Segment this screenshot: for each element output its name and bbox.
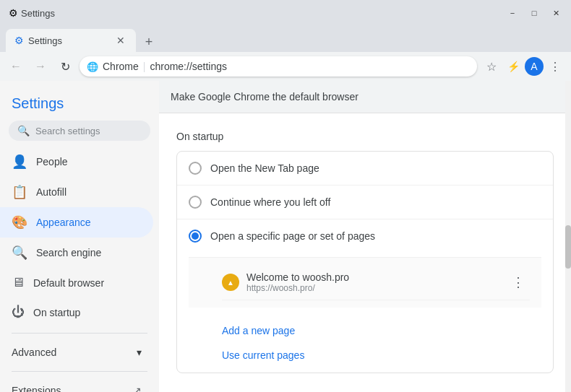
sidebar-item-autofill[interactable]: 📋 Autofill (0, 177, 153, 207)
external-link-icon: ↗ (133, 385, 142, 392)
close-button[interactable]: ✕ (546, 6, 565, 20)
search-icon: 🔍 (17, 125, 30, 136)
new-tab-button[interactable]: + (139, 32, 159, 52)
tab-favicon: ⚙ (14, 35, 24, 46)
people-icon: 👤 (12, 154, 27, 170)
toolbar-icons: ☆ ⚡ A ⋮ (481, 56, 565, 77)
maximize-button[interactable]: □ (525, 6, 544, 20)
search-area: 🔍 Search settings (0, 121, 159, 147)
sidebar: Settings 🔍 Search settings 👤 People 📋 Au… (0, 81, 159, 392)
sidebar-label-appearance: Appearance (36, 217, 91, 228)
content-inner: On startup Open the New Tab page Continu… (159, 119, 571, 391)
extension-icon[interactable]: ⚡ (503, 56, 523, 77)
sidebar-divider-2 (12, 371, 147, 372)
appearance-icon: 🎨 (12, 214, 27, 230)
refresh-button[interactable]: ↻ (55, 56, 75, 77)
startup-option-continue[interactable]: Continue where you left off (177, 186, 553, 219)
main-layout: Settings 🔍 Search settings 👤 People 📋 Au… (0, 81, 571, 392)
tab-label: Settings (28, 35, 62, 46)
advanced-arrow-icon: ▾ (137, 347, 142, 358)
add-new-page-link[interactable]: Add a new page (222, 319, 541, 342)
sidebar-label-autofill: Autofill (36, 186, 66, 198)
minimize-button[interactable]: − (503, 6, 522, 20)
back-button[interactable]: ← (6, 56, 26, 77)
autofill-icon: 📋 (12, 184, 27, 200)
radio-new-tab[interactable] (189, 162, 202, 175)
startup-option-specific[interactable]: Open a specific page or set of pages ▲ W… (177, 219, 553, 373)
page-name: Welcome to woosh.pro (246, 271, 507, 283)
title-bar: ⚙ Settings − □ ✕ (0, 0, 571, 26)
default-browser-text: Make Google Chrome the default browser (171, 91, 359, 103)
startup-pages-area: ▲ Welcome to woosh.pro https://woosh.pro… (189, 257, 541, 308)
sidebar-label-people: People (36, 156, 68, 167)
url-text: chrome://settings (150, 61, 227, 72)
scrollbar[interactable] (565, 81, 571, 392)
sidebar-label-search-engine: Search engine (36, 247, 101, 258)
sidebar-label-default-browser: Default browser (33, 277, 104, 289)
sidebar-item-people[interactable]: 👤 People (0, 147, 153, 177)
default-browser-banner: Make Google Chrome the default browser (159, 81, 571, 113)
settings-tab[interactable]: ⚙ Settings ✕ (6, 29, 136, 52)
search-box[interactable]: 🔍 Search settings (9, 121, 150, 141)
startup-page-item: ▲ Welcome to woosh.pro https://woosh.pro… (222, 265, 530, 300)
startup-option-new-tab-label: Open the New Tab page (210, 162, 319, 174)
on-startup-icon: ⏻ (12, 305, 25, 320)
sidebar-item-on-startup[interactable]: ⏻ On startup (0, 297, 153, 327)
sidebar-item-appearance[interactable]: 🎨 Appearance (0, 207, 153, 238)
window-title: Settings (21, 8, 55, 19)
content-area: Make Google Chrome the default browser O… (159, 81, 571, 392)
radio-continue[interactable] (189, 196, 202, 209)
menu-icon[interactable]: ⋮ (545, 56, 565, 77)
profile-icon[interactable]: A (525, 57, 544, 76)
tab-bar: ⚙ Settings ✕ + (0, 26, 571, 52)
sidebar-divider (12, 333, 147, 334)
bookmark-icon[interactable]: ☆ (481, 56, 502, 77)
brand-text: Chrome (103, 61, 139, 72)
startup-links: Add a new page Use current pages (189, 316, 541, 373)
sidebar-item-default-browser[interactable]: 🖥 Default browser (0, 268, 153, 297)
page-icon-letter: ▲ (227, 279, 234, 287)
extensions-label: Extensions (12, 385, 61, 392)
search-placeholder: Search settings (35, 126, 100, 136)
sidebar-advanced[interactable]: Advanced ▾ (0, 339, 153, 365)
brand-icon: 🌐 (87, 61, 98, 72)
window-controls: − □ ✕ (503, 6, 565, 20)
scrollbar-thumb[interactable] (565, 225, 571, 269)
favicon: ⚙ (9, 7, 18, 19)
search-engine-icon: 🔍 (12, 245, 27, 261)
startup-card: Open the New Tab page Continue where you… (176, 151, 554, 373)
sidebar-item-extensions[interactable]: Extensions ↗ (0, 378, 153, 392)
sidebar-item-search-engine[interactable]: 🔍 Search engine (0, 238, 153, 268)
startup-option-continue-label: Continue where you left off (210, 196, 330, 208)
page-more-button[interactable]: ⋮ (507, 271, 530, 294)
forward-button[interactable]: → (30, 56, 51, 77)
default-browser-icon: 🖥 (12, 275, 25, 290)
page-favicon: ▲ (222, 274, 239, 291)
omnibox-divider: | (143, 61, 146, 72)
advanced-label: Advanced (12, 347, 56, 358)
startup-section-title: On startup (176, 119, 554, 148)
radio-specific[interactable] (189, 230, 202, 243)
address-bar: ← → ↻ 🌐 Chrome | chrome://settings ☆ ⚡ A… (0, 52, 571, 81)
startup-option-specific-label: Open a specific page or set of pages (210, 230, 375, 242)
sidebar-title: Settings (0, 87, 159, 121)
page-info: Welcome to woosh.pro https://woosh.pro/ (246, 271, 507, 293)
use-current-pages-link[interactable]: Use current pages (222, 344, 541, 367)
startup-option-new-tab[interactable]: Open the New Tab page (177, 152, 553, 186)
sidebar-label-on-startup: On startup (33, 307, 80, 318)
tab-close-button[interactable]: ✕ (114, 34, 127, 47)
omnibox[interactable]: 🌐 Chrome | chrome://settings (80, 56, 477, 77)
page-url: https://woosh.pro/ (246, 283, 507, 293)
